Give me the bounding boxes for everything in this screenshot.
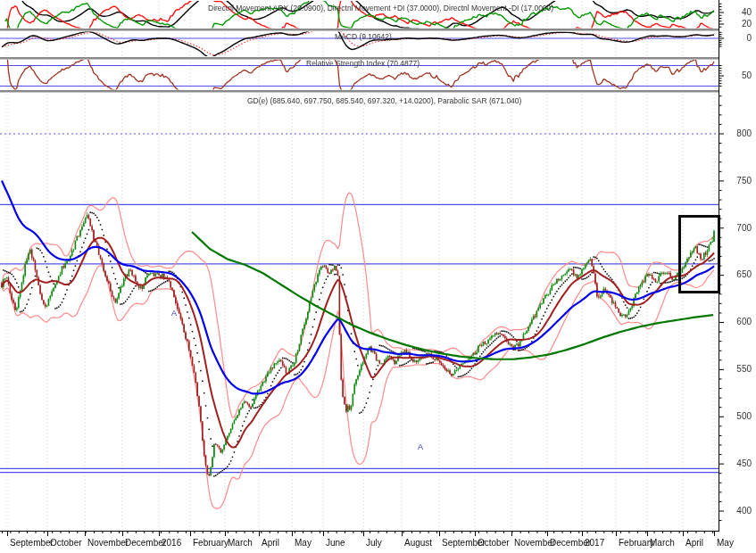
chart-canvas[interactable] (0, 0, 756, 553)
technical-analysis-chart: Directnl Movement ADX (20.0900), Directn… (0, 0, 756, 553)
